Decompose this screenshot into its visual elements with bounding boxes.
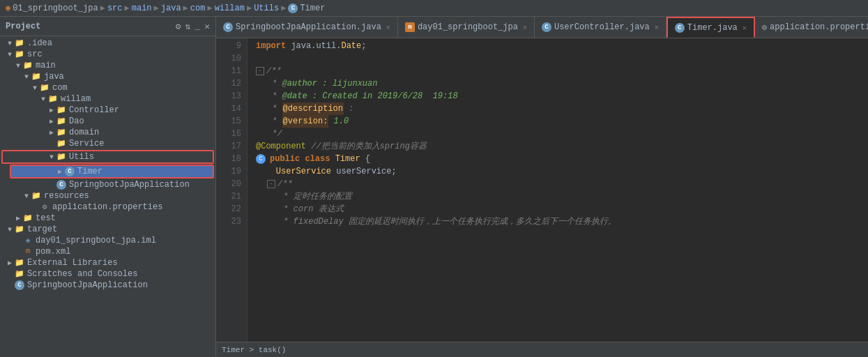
tree-label-springbootapp2: SpringbootJpaApplication xyxy=(27,280,148,290)
tab-close-timer[interactable]: ✕ xyxy=(743,24,747,32)
main-layout: Project ⚙ ⇅ _ ✕ ▼ 📁 .idea ▼ 📁 src xyxy=(0,17,868,357)
tree-item-target[interactable]: ▼ 📁 target xyxy=(0,224,215,235)
tree-arrow-test[interactable]: ▶ xyxy=(14,214,22,222)
tree-arrow-main[interactable]: ▼ xyxy=(14,62,22,70)
breadcrumb-timer[interactable]: C Timer xyxy=(288,3,325,13)
tree-arrow-idea[interactable]: ▼ xyxy=(6,40,14,47)
code-line-13: * @date : Created in 2019/6/28 19:18 xyxy=(256,90,868,102)
close-icon[interactable]: ✕ xyxy=(204,21,210,32)
code-line-16: */ xyxy=(256,128,868,140)
breadcrumb-main[interactable]: main xyxy=(132,3,152,13)
tab-springbootapp[interactable]: C SpringbootJpaApplication.java ✕ xyxy=(216,17,398,38)
tree-item-dao[interactable]: ▶ 📁 Dao xyxy=(0,116,215,127)
breadcrumb-java[interactable]: java xyxy=(161,3,181,13)
fold-icon-11[interactable]: - xyxy=(256,67,264,75)
collapse-icon[interactable]: _ xyxy=(195,21,200,31)
code-line-12: * @author : lijunxuan xyxy=(256,77,868,90)
tree-item-scratches[interactable]: 📁 Scratches and Consoles xyxy=(0,268,215,280)
tab-class-icon-2: C xyxy=(542,22,551,32)
tree-label-controller: Controller xyxy=(69,105,119,115)
tree-arrow-extlib[interactable]: ▶ xyxy=(6,259,14,267)
tree-arrow-src[interactable]: ▼ xyxy=(6,51,14,59)
breadcrumb-module[interactable]: ◉ 01_springboot_jpa xyxy=(6,3,98,13)
tree-item-domain[interactable]: ▶ 📁 domain xyxy=(0,127,215,138)
tree-item-springbootapp[interactable]: C SpringbootJpaApplication xyxy=(0,179,215,190)
tree-arrow-domain[interactable]: ▶ xyxy=(47,128,56,137)
folder-icon: 📁 xyxy=(56,128,67,137)
sort-icon[interactable]: ⇅ xyxy=(185,21,191,32)
tree-item-test[interactable]: ▶ 📁 test xyxy=(0,213,215,224)
tab-appprops[interactable]: ⚙ application.properties ✕ xyxy=(755,17,868,38)
tree-item-src[interactable]: ▼ 📁 src xyxy=(0,49,215,60)
tree-item-appprops[interactable]: ⚙ application.properties xyxy=(0,202,215,213)
tree-label-appprops: application.properties xyxy=(52,202,162,212)
folder-icon: 📁 xyxy=(14,269,25,279)
tree-item-java[interactable]: ▼ 📁 java xyxy=(0,71,215,82)
tree-item-timer[interactable]: ▶ C Timer xyxy=(10,165,214,178)
folder-icon: 📁 xyxy=(56,116,67,126)
tree-arrow-timer[interactable]: ▶ xyxy=(56,167,64,176)
code-line-20: - /** xyxy=(256,178,868,190)
tree-item-willam[interactable]: ▼ 📁 willam xyxy=(0,93,215,105)
tree-arrow-target[interactable]: ▼ xyxy=(6,226,14,234)
tree-label-springbootapp: SpringbootJpaApplication xyxy=(69,180,190,190)
code-content[interactable]: import java.util. Date ; - /** * @author xyxy=(248,38,868,342)
breadcrumb-src[interactable]: src xyxy=(107,3,123,13)
tree-arrow-dao[interactable]: ▶ xyxy=(47,117,56,126)
class-indicator: C xyxy=(256,154,266,164)
tree-item-main[interactable]: ▼ 📁 main xyxy=(0,60,215,71)
code-line-18: C public class Timer { xyxy=(256,153,868,165)
tree-arrow-java[interactable]: ▼ xyxy=(22,73,31,81)
folder-icon: 📁 xyxy=(31,191,42,201)
breadcrumb-utils[interactable]: Utils xyxy=(254,3,279,13)
tree-item-iml[interactable]: ◈ day01_springboot_jpa.iml xyxy=(0,235,215,246)
tab-close-usercontroller[interactable]: ✕ xyxy=(655,23,659,31)
code-line-14: * @description : xyxy=(256,102,868,115)
tab-gear-icon: ⚙ xyxy=(762,22,767,33)
tree-arrow-willam[interactable]: ▼ xyxy=(39,96,47,103)
tree-label-service: Service xyxy=(69,139,104,149)
tab-close-springbootapp[interactable]: ✕ xyxy=(386,23,390,31)
tree-item-pom[interactable]: m pom.xml xyxy=(0,246,215,257)
tree-item-resources[interactable]: ▼ 📁 resources xyxy=(0,190,215,202)
fold-icon-20[interactable]: - xyxy=(267,180,275,188)
tree-item-extlib[interactable]: ▶ 📁 External Libraries xyxy=(0,257,215,268)
tab-usercontroller[interactable]: C UserController.java ✕ xyxy=(535,17,667,38)
code-line-23: * fixedDelay 固定的延迟时间执行，上一个任务执行完成，多久之后下一个… xyxy=(256,215,868,228)
tree-item-controller[interactable]: ▶ 📁 Controller xyxy=(0,105,215,116)
tree-label-main: main xyxy=(36,61,56,70)
folder-icon: 📁 xyxy=(56,139,67,149)
code-line-22: * corn 表达式 xyxy=(256,203,868,215)
tree-item-springbootapp2[interactable]: C SpringbootJpaApplication xyxy=(0,280,215,291)
tree-label-dao: Dao xyxy=(69,116,84,126)
tree-label-com: com xyxy=(52,83,68,93)
tree-item-com[interactable]: ▼ 📁 com xyxy=(0,82,215,93)
tree-arrow-controller[interactable]: ▶ xyxy=(47,106,56,114)
tree-label-pom: pom.xml xyxy=(36,247,70,257)
xml-icon: m xyxy=(22,247,33,257)
breadcrumb-com[interactable]: com xyxy=(190,3,206,13)
tree-item-service[interactable]: 📁 Service xyxy=(0,138,215,149)
tab-timer[interactable]: C Timer.java ✕ xyxy=(667,17,755,38)
tree-label-iml: day01_springboot_jpa.iml xyxy=(36,236,156,245)
properties-icon: ⚙ xyxy=(39,202,50,212)
tree-label-timer: Timer xyxy=(77,167,102,176)
tree-arrow-utils[interactable]: ▼ xyxy=(47,153,56,161)
tree-arrow-resources[interactable]: ▼ xyxy=(22,192,31,200)
settings-icon[interactable]: ⚙ xyxy=(176,21,181,32)
class-icon: C xyxy=(64,167,75,176)
tab-close-day01[interactable]: ✕ xyxy=(523,23,527,31)
folder-icon: 📁 xyxy=(14,258,25,268)
tab-day01[interactable]: m day01_springboot_jpa ✕ xyxy=(398,17,535,38)
class-icon-springboot: C xyxy=(56,180,67,190)
tree-arrow-com[interactable]: ▼ xyxy=(31,84,39,92)
breadcrumb-willam[interactable]: willam xyxy=(215,3,245,13)
tree-item-utils[interactable]: ▼ 📁 Utils xyxy=(1,150,214,164)
code-editor[interactable]: 9 10 11 12 13 14 15 16 17 18 19 20 21 22… xyxy=(216,38,868,342)
folder-icon: 📁 xyxy=(47,94,59,104)
tree-item-idea[interactable]: ▼ 📁 .idea xyxy=(0,38,215,49)
class-icon: C xyxy=(288,3,298,13)
folder-icon: 📁 xyxy=(56,152,67,162)
tab-bar: C SpringbootJpaApplication.java ✕ m day0… xyxy=(216,17,868,38)
bottom-bar: Timer > task() xyxy=(216,342,868,357)
